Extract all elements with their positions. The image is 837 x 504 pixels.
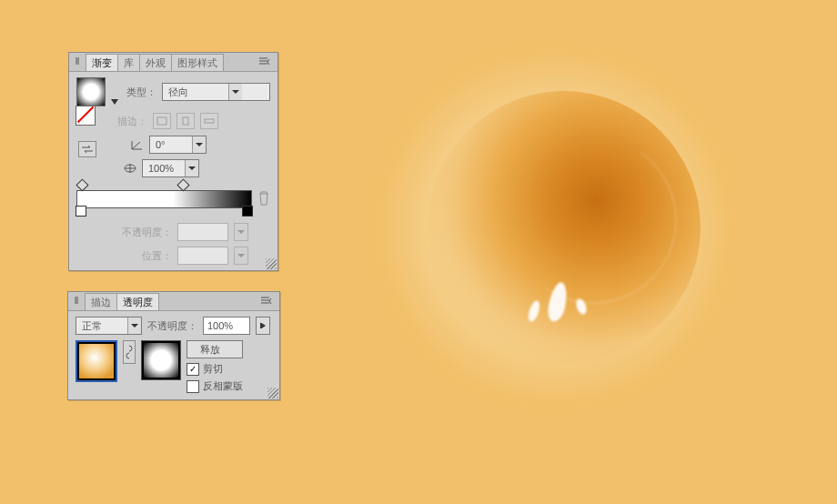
gradient-fill-swatch[interactable]: [76, 77, 106, 106]
opacity-stepper[interactable]: [256, 317, 270, 335]
checkbox-icon: [187, 363, 199, 376]
tab-gradient[interactable]: 渐变: [86, 54, 118, 71]
chevron-down-icon: [185, 160, 198, 176]
gradient-panel: 渐变 库 外观 图形样式 类型： 径向 描边：: [68, 52, 278, 271]
svg-rect-1: [183, 117, 188, 125]
gradient-ramp[interactable]: [76, 190, 252, 208]
svg-rect-0: [157, 117, 166, 125]
checkbox-icon: [187, 380, 199, 393]
blend-mode-select[interactable]: 正常: [76, 317, 142, 335]
location-label: 位置：: [139, 249, 172, 263]
tab-graphic-styles[interactable]: 图形样式: [171, 54, 224, 71]
chevron-down-icon: [234, 247, 248, 265]
stroke-swatch-wrap: [76, 106, 96, 126]
artwork-highlight: [574, 297, 589, 316]
opacity-input[interactable]: 100%: [203, 317, 250, 335]
panel-tabbar: 渐变 库 外观 图形样式: [69, 53, 277, 72]
stroke-label: 描边：: [115, 115, 147, 128]
invert-mask-checkbox[interactable]: 反相蒙版: [187, 379, 243, 393]
gradient-midpoint[interactable]: [176, 178, 189, 191]
opacity-label: 不透明度：: [122, 226, 172, 239]
artwork-highlight: [546, 281, 570, 324]
tab-collapse-icon[interactable]: [72, 296, 85, 307]
mask-link-icon[interactable]: [123, 340, 136, 364]
stroke-align-inside-button[interactable]: [153, 113, 171, 129]
artwork-sphere: [428, 91, 701, 364]
gradient-tool-column: [78, 141, 96, 157]
resize-grip[interactable]: [267, 388, 278, 398]
tab-collapse-icon[interactable]: [73, 56, 86, 67]
trash-icon[interactable]: [257, 191, 270, 207]
artwork-arc-highlight: [496, 123, 690, 317]
aspect-ratio-icon: [124, 163, 136, 174]
chevron-down-icon: [234, 223, 248, 241]
type-label: 类型：: [124, 86, 156, 99]
tab-stroke[interactable]: 描边: [85, 293, 117, 310]
tab-appearance[interactable]: 外观: [139, 54, 172, 71]
resize-grip[interactable]: [266, 258, 277, 269]
angle-icon: [131, 139, 144, 150]
stop-opacity-input[interactable]: [177, 223, 228, 241]
gradient-color-stop[interactable]: [76, 206, 86, 217]
mask-thumbnail[interactable]: [141, 340, 181, 380]
gradient-angle-input[interactable]: 0°: [149, 136, 207, 154]
gradient-aspect-input[interactable]: 100%: [142, 159, 199, 177]
stroke-align-outside-button[interactable]: [200, 113, 218, 129]
swatch-flyout-icon[interactable]: [111, 96, 118, 106]
tab-transparency[interactable]: 透明度: [116, 293, 159, 310]
artwork-thumbnail[interactable]: [76, 340, 117, 382]
chevron-down-icon: [228, 84, 242, 100]
chevron-down-icon: [127, 318, 141, 334]
gradient-type-select[interactable]: 径向: [162, 83, 270, 101]
gradient-stroke-swatch[interactable]: [76, 106, 96, 126]
svg-rect-2: [205, 119, 214, 123]
gradient-type-value: 径向: [163, 86, 228, 99]
panel-menu-icon[interactable]: [257, 297, 276, 306]
transparency-panel: 描边 透明度 正常 不透明度： 100% 释放 剪切: [67, 291, 280, 400]
stop-location-input[interactable]: [177, 247, 228, 265]
reverse-gradient-button[interactable]: [78, 141, 96, 157]
tab-library[interactable]: 库: [117, 54, 140, 71]
panel-menu-icon[interactable]: [256, 57, 274, 66]
artwork-highlight: [527, 299, 542, 323]
artwork-preview: [328, 27, 801, 482]
stroke-align-center-button[interactable]: [176, 113, 195, 129]
opacity-label: 不透明度：: [147, 319, 197, 333]
gradient-color-stop[interactable]: [242, 206, 253, 217]
clip-checkbox[interactable]: 剪切: [187, 362, 243, 376]
artwork-glow: [373, 45, 737, 409]
gradient-midpoint[interactable]: [76, 178, 88, 191]
panel-tabbar: 描边 透明度: [68, 292, 279, 311]
release-mask-button[interactable]: 释放: [187, 340, 243, 358]
chevron-down-icon: [192, 136, 206, 153]
